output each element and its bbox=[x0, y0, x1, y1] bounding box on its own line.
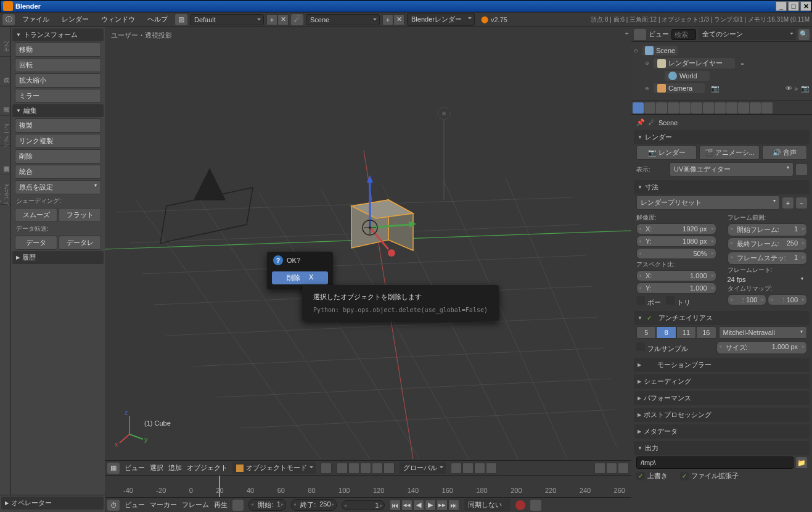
panel-history-header[interactable]: 履歴 bbox=[12, 251, 104, 264]
next-keyframe-button[interactable]: ▸▸ bbox=[437, 500, 448, 511]
editor-type-3dview-icon[interactable]: ▦ bbox=[107, 463, 120, 474]
move-button[interactable]: 移動 bbox=[15, 43, 101, 57]
section-aa-header[interactable]: アンチエイリアス bbox=[634, 311, 810, 325]
breadcrumb-scene[interactable]: Scene bbox=[658, 119, 678, 126]
tool-tab-gpencil[interactable]: グリースペンシル bbox=[0, 175, 10, 205]
manip-scale-button[interactable] bbox=[383, 463, 395, 474]
panel-transform-header[interactable]: トランスフォーム bbox=[12, 28, 104, 41]
outliner-menu-view[interactable]: ビュー bbox=[649, 30, 669, 39]
screen-layout-icon[interactable]: ▧ bbox=[175, 14, 187, 25]
res-y-field[interactable]: Y:1080 px bbox=[636, 236, 716, 247]
menu-window[interactable]: ウィンドウ bbox=[96, 15, 140, 24]
menu-file[interactable]: ファイル bbox=[17, 15, 54, 24]
aa-size-field[interactable]: サイズ:1.000 px bbox=[716, 341, 808, 354]
frame-start-field-r[interactable]: 開始フレーム:1 bbox=[728, 223, 808, 236]
render-animation-button[interactable]: 🎬 アニメーシ... bbox=[699, 146, 760, 160]
section-dimensions-header[interactable]: 寸法 bbox=[634, 180, 810, 194]
browse-folder-button[interactable]: 📁 bbox=[796, 457, 807, 468]
scale-button[interactable]: 拡大縮小 bbox=[15, 73, 101, 88]
sync-mode-select[interactable]: 同期しない bbox=[464, 499, 511, 511]
remap-old-field[interactable]: : 100 bbox=[728, 294, 767, 305]
orientation-select[interactable]: グローバル bbox=[400, 462, 446, 474]
tl-menu-playback[interactable]: 再生 bbox=[214, 500, 228, 510]
tl-menu-view[interactable]: ビュー bbox=[125, 500, 145, 510]
remove-scene-button[interactable]: ✕ bbox=[393, 14, 404, 25]
remap-new-field[interactable]: : 100 bbox=[768, 294, 807, 305]
editor-type-timeline-icon[interactable]: ⏱ bbox=[107, 500, 120, 511]
link-duplicate-button[interactable]: リンク複製 bbox=[15, 134, 101, 148]
prop-tab-scene[interactable] bbox=[656, 102, 667, 114]
play-reverse-button[interactable]: ◀ bbox=[413, 500, 424, 511]
pivot-button[interactable] bbox=[337, 463, 348, 474]
prev-keyframe-button[interactable]: ◂◂ bbox=[401, 500, 412, 511]
fps-select[interactable]: 24 fps▾ bbox=[728, 276, 808, 283]
layers-button-3[interactable] bbox=[474, 463, 485, 474]
aa-16-button[interactable]: 16 bbox=[696, 326, 716, 339]
section-output-header[interactable]: 出力 bbox=[634, 441, 810, 455]
aa-8-button[interactable]: 8 bbox=[656, 326, 676, 339]
window-minimize-button[interactable]: _ bbox=[776, 1, 787, 11]
keying-set-button[interactable] bbox=[530, 500, 541, 511]
manipulator-button[interactable] bbox=[348, 463, 359, 474]
section-metadata-header[interactable]: メタデータ bbox=[634, 424, 810, 439]
confirm-delete-button[interactable]: 削除X bbox=[272, 271, 328, 284]
section-shading-header[interactable]: シェーディング bbox=[634, 374, 810, 389]
screen-layout-select[interactable]: Default bbox=[190, 14, 264, 25]
vp-menu-object[interactable]: オブジェクト bbox=[187, 463, 228, 473]
mblur-checkbox[interactable] bbox=[644, 361, 652, 370]
outliner-search-icon[interactable]: 🔍 bbox=[798, 29, 810, 40]
window-maximize-button[interactable]: □ bbox=[788, 1, 799, 11]
auto-key-record-button[interactable] bbox=[515, 500, 525, 510]
frame-end-field-r[interactable]: 最終フレーム:250 bbox=[728, 237, 808, 250]
aa-11-button[interactable]: 11 bbox=[676, 326, 696, 339]
manip-translate-button[interactable] bbox=[360, 463, 371, 474]
aa-filter-select[interactable]: Mitchell-Netravali▾ bbox=[719, 326, 808, 339]
timeline[interactable]: -40-20020 406080100 120140160180 2002202… bbox=[105, 475, 631, 497]
output-path-field[interactable]: /tmp\ bbox=[636, 456, 794, 469]
section-motion-blur-header[interactable]: モーションブラー bbox=[634, 358, 810, 372]
tool-tab-create[interactable]: 作成 bbox=[0, 57, 10, 86]
panel-edit-header[interactable]: 編集 bbox=[12, 104, 104, 117]
mirror-button[interactable]: ミラー bbox=[15, 89, 101, 103]
layers-button[interactable] bbox=[451, 463, 462, 474]
render-engine-select[interactable]: Blenderレンダー bbox=[407, 13, 475, 26]
tl-menu-frame[interactable]: フレーム bbox=[182, 500, 209, 510]
outliner-filter-select[interactable]: 全てのシーン bbox=[699, 28, 796, 40]
add-scene-button[interactable]: + bbox=[382, 14, 393, 25]
remove-layout-button[interactable]: ✕ bbox=[277, 14, 289, 25]
pin-icon[interactable]: 📌 bbox=[636, 118, 645, 126]
prop-tab-physics[interactable] bbox=[761, 102, 773, 114]
prop-tab-renderlayers[interactable] bbox=[644, 102, 655, 114]
timeline-cursor[interactable] bbox=[219, 476, 220, 497]
prop-tab-object[interactable] bbox=[679, 102, 691, 114]
tree-scene[interactable]: ⊖Scene bbox=[634, 44, 810, 57]
preset-remove-button[interactable]: − bbox=[796, 197, 807, 209]
crop-checkbox[interactable] bbox=[666, 296, 675, 305]
border-checkbox[interactable] bbox=[636, 296, 645, 305]
editor-type-outliner-icon[interactable] bbox=[634, 29, 646, 40]
prop-tab-world[interactable] bbox=[668, 102, 679, 114]
tree-camera[interactable]: ⊕Camera📷👁▹📷 bbox=[634, 82, 810, 94]
render-image-button[interactable]: 📷 レンダー bbox=[636, 146, 697, 160]
prop-tab-modifiers[interactable] bbox=[703, 102, 714, 114]
overwrite-checkbox[interactable] bbox=[636, 472, 645, 481]
section-render-header[interactable]: レンダー bbox=[634, 130, 810, 144]
snap-button[interactable] bbox=[594, 463, 605, 474]
preset-add-button[interactable]: + bbox=[782, 197, 794, 209]
window-close-button[interactable]: ✕ bbox=[800, 1, 811, 11]
scene-select[interactable]: Scene bbox=[306, 14, 380, 25]
frame-end-field[interactable]: 終了:250 bbox=[291, 499, 336, 511]
frame-start-field[interactable]: 開始:1 bbox=[248, 499, 286, 511]
render-preset-select[interactable]: レンダープリセット▾ bbox=[636, 196, 780, 210]
res-x-field[interactable]: X:1920 px bbox=[636, 223, 716, 234]
frame-step-field[interactable]: フレームステッ:1 bbox=[728, 252, 808, 265]
tree-renderlayers[interactable]: ⊕レンダーレイヤー▫ bbox=[634, 57, 810, 70]
mode-select[interactable]: オブジェクトモード bbox=[232, 462, 316, 474]
add-layout-button[interactable]: + bbox=[266, 14, 277, 25]
render-audio-button[interactable]: 🔊 音声 bbox=[762, 146, 807, 160]
lock-interface-button[interactable] bbox=[796, 164, 807, 175]
tl-menu-marker[interactable]: マーカー bbox=[150, 500, 177, 510]
editor-type-icon[interactable]: ⓘ bbox=[2, 14, 15, 25]
visibility-icon[interactable]: 👁 bbox=[785, 85, 792, 93]
prop-tab-data[interactable] bbox=[715, 102, 726, 114]
